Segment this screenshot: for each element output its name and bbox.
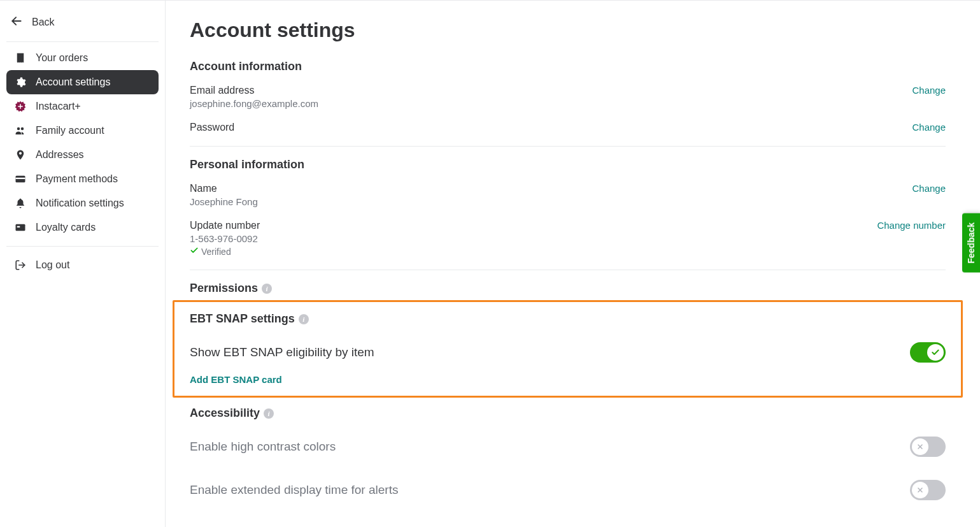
high-contrast-label: Enable high contrast colors: [190, 440, 336, 454]
divider: [190, 270, 946, 270]
password-label: Password: [190, 122, 234, 133]
sidebar-item-account[interactable]: Account settings: [6, 70, 159, 94]
logout-icon: [14, 259, 27, 271]
check-icon: [927, 344, 944, 361]
verified-label: Verified: [201, 247, 231, 257]
accessibility-heading-text: Accessibility: [190, 407, 260, 420]
check-icon: [190, 246, 199, 257]
plus-badge-icon: [14, 100, 27, 113]
email-label: Email address: [190, 85, 318, 96]
people-icon: [14, 124, 27, 137]
info-icon[interactable]: i: [299, 314, 309, 324]
change-number-link[interactable]: Change number: [877, 220, 946, 231]
high-contrast-toggle[interactable]: [910, 437, 946, 457]
sidebar-divider: [6, 246, 159, 247]
sidebar-item-notifications[interactable]: Notification settings: [6, 191, 159, 215]
barcode-card-icon: [14, 221, 27, 234]
pin-icon: [14, 148, 27, 161]
svg-point-2: [21, 127, 24, 131]
gear-icon: [14, 76, 27, 89]
sidebar-item-label: Payment methods: [36, 173, 118, 185]
name-value: Josephine Fong: [190, 196, 258, 207]
sidebar-item-addresses[interactable]: Addresses: [6, 143, 159, 167]
sidebar-item-label: Loyalty cards: [36, 222, 96, 233]
phone-value: 1-563-976-0092: [190, 233, 260, 244]
close-icon: [912, 482, 928, 498]
card-icon: [14, 173, 27, 185]
sidebar-item-label: Instacart+: [36, 101, 81, 112]
app-container: Back Your orders Account settings Instac…: [0, 0, 980, 527]
section-ebt-heading: EBT SNAP settings i: [190, 312, 946, 326]
sidebar-item-orders[interactable]: Your orders: [6, 46, 159, 70]
change-name-link[interactable]: Change: [912, 183, 946, 194]
sidebar-item-family[interactable]: Family account: [6, 119, 159, 143]
email-value: josephine.fong@example.com: [190, 98, 318, 109]
page-title: Account settings: [190, 18, 946, 42]
feedback-button[interactable]: Feedback: [962, 213, 980, 273]
row-email: Email address josephine.fong@example.com…: [190, 78, 946, 115]
back-label: Back: [32, 17, 55, 28]
sidebar: Back Your orders Account settings Instac…: [0, 1, 166, 527]
sidebar-item-label: Notification settings: [36, 198, 124, 209]
ebt-toggle[interactable]: [910, 342, 946, 363]
row-name: Name Josephine Fong Change: [190, 177, 946, 213]
sidebar-item-label: Account settings: [36, 76, 110, 88]
row-phone: Update number 1-563-976-0092 Verified Ch…: [190, 213, 946, 263]
section-account-info-heading: Account information: [190, 60, 946, 73]
section-permissions-heading: Permissions i: [190, 282, 946, 295]
ebt-toggle-label: Show EBT SNAP eligibility by item: [190, 345, 374, 359]
main-content: Account settings Account information Ema…: [166, 1, 980, 527]
verified-badge: Verified: [190, 246, 260, 257]
sidebar-item-logout[interactable]: Log out: [6, 253, 159, 277]
divider: [190, 146, 946, 147]
receipt-icon: [14, 52, 27, 64]
change-password-link[interactable]: Change: [912, 122, 946, 133]
svg-rect-4: [16, 178, 25, 179]
sidebar-item-label: Your orders: [36, 52, 88, 64]
sidebar-item-loyalty[interactable]: Loyalty cards: [6, 215, 159, 240]
section-personal-info-heading: Personal information: [190, 158, 946, 171]
svg-rect-6: [17, 226, 20, 227]
info-icon[interactable]: i: [262, 284, 272, 294]
info-icon[interactable]: i: [264, 408, 274, 419]
extended-alerts-label: Enable extended display time for alerts: [190, 483, 398, 497]
name-label: Name: [190, 183, 258, 194]
ebt-highlight-box: EBT SNAP settings i Show EBT SNAP eligib…: [173, 300, 963, 398]
section-accessibility-heading: Accessibility i: [190, 407, 946, 420]
close-icon: [912, 438, 928, 455]
row-high-contrast: Enable high contrast colors: [190, 425, 946, 468]
svg-point-1: [17, 127, 20, 131]
row-extended-alerts: Enable extended display time for alerts: [190, 468, 946, 512]
back-button[interactable]: Back: [6, 8, 159, 42]
row-password: Password Change: [190, 115, 946, 140]
permissions-heading-text: Permissions: [190, 282, 258, 295]
sidebar-item-label: Log out: [36, 259, 69, 271]
sidebar-item-payment[interactable]: Payment methods: [6, 167, 159, 191]
bell-icon: [14, 197, 27, 210]
arrow-left-icon: [10, 15, 23, 30]
sidebar-item-instacartplus[interactable]: Instacart+: [6, 94, 159, 119]
sidebar-item-label: Family account: [36, 125, 104, 136]
extended-alerts-toggle[interactable]: [910, 480, 946, 500]
phone-label: Update number: [190, 220, 260, 231]
ebt-heading-text: EBT SNAP settings: [190, 312, 295, 326]
add-ebt-card-link[interactable]: Add EBT SNAP card: [190, 374, 282, 385]
sidebar-item-label: Addresses: [36, 149, 84, 161]
change-email-link[interactable]: Change: [912, 85, 946, 96]
row-ebt-toggle: Show EBT SNAP eligibility by item: [190, 331, 946, 374]
